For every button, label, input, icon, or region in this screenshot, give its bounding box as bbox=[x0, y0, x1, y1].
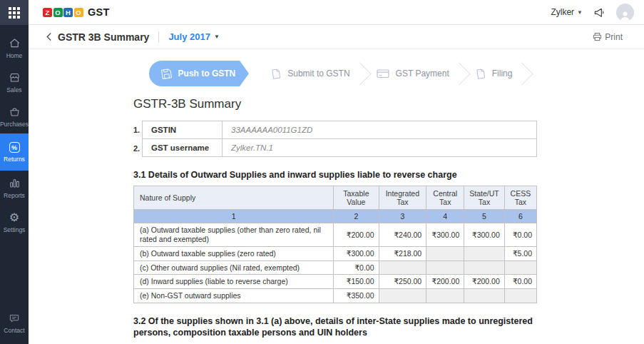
logo-letter: O bbox=[53, 8, 63, 17]
credit-card-icon bbox=[377, 69, 389, 79]
amount-cell: ₹300.00 bbox=[426, 223, 464, 247]
amount-cell: ₹200.00 bbox=[426, 275, 464, 289]
amount-cell: ₹0.00 bbox=[504, 275, 536, 289]
sidebar-item-contact[interactable]: Contact bbox=[0, 306, 29, 340]
basket-icon bbox=[9, 106, 21, 118]
stepper-chevron bbox=[348, 62, 372, 86]
gstin-value: 33AAAAAA0011G1ZD bbox=[223, 121, 312, 138]
sidebar-item-label: Purchases bbox=[0, 121, 29, 128]
sidebar-item-label: Returns bbox=[4, 156, 25, 163]
zoho-gst-logo[interactable]: Z O H O GST bbox=[43, 6, 110, 18]
chat-bubble-icon bbox=[9, 313, 20, 324]
gear-icon: ⚙ bbox=[9, 211, 19, 223]
stepper-chevron bbox=[511, 62, 534, 86]
print-label: Print bbox=[605, 32, 623, 42]
empty-cell bbox=[464, 246, 505, 260]
printer-icon bbox=[593, 32, 602, 41]
sidebar-item-label: Home bbox=[6, 52, 23, 59]
amount-cell: ₹300.00 bbox=[334, 246, 379, 260]
period-label: July 2017 bbox=[168, 31, 210, 42]
logo-letter: Z bbox=[43, 8, 52, 17]
info-row: 1. GSTIN 33AAAAAA0011G1ZD bbox=[133, 121, 537, 139]
row-number: 2. bbox=[133, 139, 142, 157]
header-row: Nature of Supply Taxable Value Integrate… bbox=[134, 186, 537, 210]
amount-cell: ₹250.00 bbox=[379, 275, 426, 289]
step-label: GST Payment bbox=[396, 69, 449, 79]
amount-cell: ₹5.00 bbox=[504, 246, 536, 260]
amount-cell: ₹240.00 bbox=[379, 223, 426, 247]
zoho-gst-window: Home Sales Purchases % Returns Reports ⚙… bbox=[0, 0, 644, 344]
step-submit-to-gstn[interactable]: Submit to GSTN bbox=[254, 69, 359, 79]
stepper-chevron bbox=[447, 62, 471, 86]
amount-cell: ₹0.00 bbox=[504, 223, 536, 247]
table-row: (b) Outward taxable supplies (zero rated… bbox=[134, 246, 537, 260]
app-launcher-button[interactable] bbox=[0, 0, 29, 25]
step-label: Push to GSTN bbox=[178, 69, 236, 79]
chevron-down-icon: ▼ bbox=[214, 34, 220, 40]
sidebar-item-sales[interactable]: Sales bbox=[0, 65, 29, 99]
info-row: 2. GST username Zylker.TN.1 bbox=[133, 139, 537, 157]
logo-letter: O bbox=[74, 8, 83, 17]
amount-cell: ₹200.00 bbox=[464, 275, 505, 289]
avatar[interactable] bbox=[616, 4, 634, 21]
section-3-2-heading: 3.2 Of the supplies shown in 3.1 (a) abo… bbox=[133, 315, 537, 339]
empty-cell bbox=[464, 289, 505, 303]
sidebar: Home Sales Purchases % Returns Reports ⚙… bbox=[0, 0, 29, 344]
sidebar-item-label: Sales bbox=[6, 86, 21, 93]
logo-suffix: GST bbox=[88, 6, 110, 18]
empty-cell bbox=[379, 260, 426, 275]
amount-cell: ₹300.00 bbox=[464, 223, 505, 247]
sidebar-item-label: Contact bbox=[4, 327, 24, 334]
print-button[interactable]: Print bbox=[593, 32, 623, 42]
supply-label: (d) Inward supplies (liable to reverse c… bbox=[134, 275, 334, 289]
row-number: 1. bbox=[133, 121, 142, 139]
sidebar-item-reports[interactable]: Reports bbox=[0, 171, 29, 205]
empty-cell bbox=[504, 260, 536, 275]
amount-cell: ₹200.00 bbox=[334, 223, 379, 247]
sidebar-item-home[interactable]: Home bbox=[0, 31, 29, 65]
chevron-down-icon: ▼ bbox=[577, 9, 583, 16]
document-icon bbox=[270, 68, 282, 80]
column-number: 5 bbox=[464, 210, 505, 223]
supply-label: (b) Outward taxable supplies (zero rated… bbox=[134, 246, 334, 260]
back-button[interactable] bbox=[46, 32, 52, 41]
topbar-right: Zylker ▼ bbox=[551, 4, 634, 21]
empty-cell bbox=[464, 260, 505, 275]
sidebar-nav: Home Sales Purchases % Returns Reports ⚙… bbox=[0, 31, 29, 239]
empty-cell bbox=[504, 289, 536, 303]
empty-cell bbox=[379, 289, 426, 303]
gstin-label: GSTIN bbox=[143, 121, 223, 138]
column-number-row: 1 2 3 4 5 6 bbox=[134, 210, 537, 223]
sidebar-item-returns[interactable]: % Returns bbox=[0, 133, 29, 171]
org-switcher[interactable]: Zylker ▼ bbox=[551, 7, 583, 17]
column-number: 6 bbox=[504, 210, 536, 223]
bar-chart-icon bbox=[9, 177, 21, 189]
percent-box-icon: % bbox=[9, 142, 20, 153]
logo-letter: H bbox=[63, 8, 73, 17]
home-icon bbox=[9, 37, 21, 49]
empty-cell bbox=[426, 289, 464, 303]
document-icon bbox=[475, 68, 486, 80]
apps-grid-icon bbox=[9, 7, 20, 19]
sidebar-item-purchases[interactable]: Purchases bbox=[0, 99, 29, 133]
table-row: (a) Outward taxable supplies (other than… bbox=[134, 223, 537, 247]
column-header: Nature of Supply bbox=[134, 186, 334, 210]
sidebar-item-label: Reports bbox=[4, 192, 25, 199]
user-silhouette-icon bbox=[619, 10, 631, 21]
period-selector[interactable]: July 2017 ▼ bbox=[168, 31, 219, 42]
summary-title: GSTR-3B Summary bbox=[133, 97, 537, 111]
announcement-icon[interactable] bbox=[593, 6, 605, 19]
step-gst-payment[interactable]: GST Payment bbox=[359, 69, 459, 79]
main-content: Push to GSTN Submit to GSTN GST Payment … bbox=[29, 49, 644, 344]
step-label: Submit to GSTN bbox=[287, 69, 349, 79]
step-push-to-gstn[interactable]: Push to GSTN bbox=[149, 61, 240, 86]
gst-info-table: 1. GSTIN 33AAAAAA0011G1ZD 2. GST usernam… bbox=[133, 121, 537, 157]
sidebar-item-settings[interactable]: ⚙ Settings bbox=[0, 205, 29, 239]
table-row: (d) Inward supplies (liable to reverse c… bbox=[134, 275, 537, 289]
page-title: GSTR 3B Summary bbox=[58, 31, 149, 43]
org-name: Zylker bbox=[551, 7, 574, 17]
chevron-left-icon bbox=[46, 32, 52, 41]
sidebar-item-label: Settings bbox=[4, 226, 26, 233]
table-row: (c) Other outward supplies (Nil rated, e… bbox=[134, 260, 537, 275]
column-header: State/UT Tax bbox=[464, 186, 505, 210]
